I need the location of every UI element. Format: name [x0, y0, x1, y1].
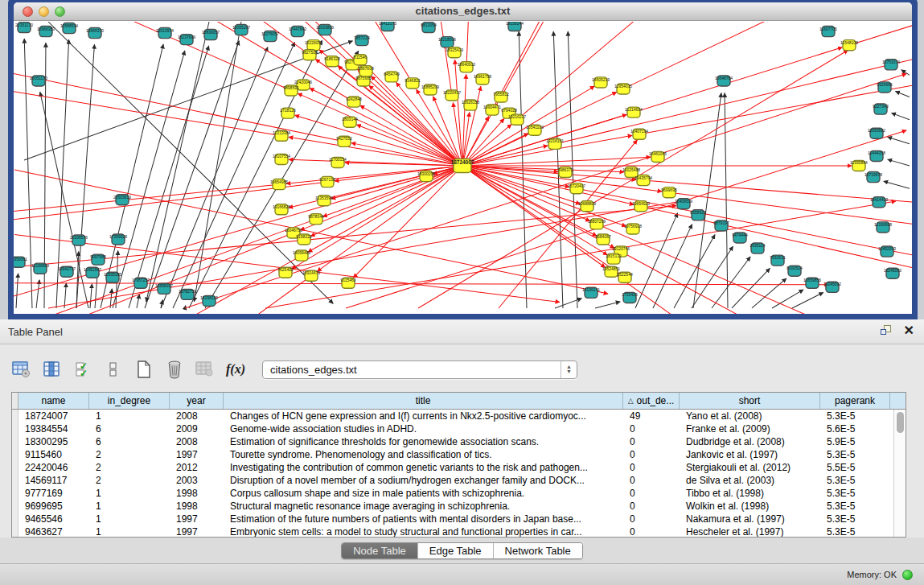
table-cell[interactable]: 9465546 [18, 513, 89, 525]
table-cell[interactable]: Changes of HCN gene expression and I(f) … [224, 410, 623, 422]
table-cell[interactable]: 2009 [170, 422, 224, 435]
table-cell[interactable]: Dudbridge et al. (2008) [680, 435, 820, 448]
table-cell[interactable]: 1997 [170, 448, 224, 461]
table-cell[interactable]: 5.3E-5 [820, 500, 890, 513]
network-graph-canvas[interactable]: 2035117016966383105885941956537020051170… [14, 22, 912, 314]
table-cell[interactable]: 1 [89, 525, 170, 537]
table-row[interactable]: 969969511998Structural magnetic resonanc… [12, 500, 893, 513]
table-cell[interactable]: 1 [89, 513, 170, 525]
table-cell[interactable]: Tibbo et al. (1998) [680, 487, 820, 500]
table-selector-dropdown[interactable]: citations_edges.txt ▲▼ [262, 360, 577, 379]
table-row[interactable]: 2242004622012Investigating the contribut… [12, 461, 893, 474]
table-cell[interactable]: de Silva et al. (2003) [680, 474, 820, 487]
table-cell[interactable]: 5.3E-5 [820, 525, 890, 537]
table-cell[interactable]: 5.5E-5 [820, 461, 890, 474]
table-cell[interactable]: 1998 [170, 500, 224, 513]
table-cell[interactable]: 5.3E-5 [820, 474, 890, 487]
table-cell[interactable]: Nakamura et al. (1997) [680, 513, 820, 525]
table-cell[interactable]: 1 [89, 410, 170, 422]
table-cell[interactable]: 5.3E-5 [820, 448, 890, 461]
table-cell[interactable]: Corpus callosum shape and size in male p… [224, 487, 623, 500]
table-cell[interactable]: Investigating the contribution of common… [224, 461, 623, 474]
table-cell[interactable]: 9699695 [18, 500, 89, 513]
table-settings-icon[interactable] [11, 359, 32, 380]
table-row[interactable]: 1456911722003Disruption of a novel membe… [12, 474, 893, 487]
column-header-year[interactable]: year [170, 393, 224, 409]
table-cell[interactable]: Estimation of the future numbers of pati… [224, 513, 623, 525]
float-panel-icon[interactable] [881, 324, 893, 336]
table-cell[interactable]: Yano et al. (2008) [680, 410, 820, 422]
table-row[interactable]: 1830029562008Estimation of significance … [12, 435, 893, 448]
new-table-icon[interactable] [133, 359, 154, 380]
table-cell[interactable]: 5.3E-5 [820, 487, 890, 500]
table-panel-titlebar[interactable]: Table Panel ✕ [0, 319, 924, 344]
tab-edge-table[interactable]: Edge Table [418, 543, 494, 558]
table-cell[interactable]: 22420046 [18, 461, 89, 474]
table-vertical-scrollbar[interactable] [893, 410, 906, 537]
table-cell[interactable]: 9115460 [18, 448, 89, 461]
table-cell[interactable]: 0 [623, 513, 680, 525]
table-cell[interactable]: Franke et al. (2009) [680, 422, 820, 435]
table-cell[interactable]: 1998 [170, 487, 224, 500]
tab-node-table[interactable]: Node Table [342, 543, 418, 558]
table-row[interactable]: 911546021997Tourette syndrome. Phenomeno… [12, 448, 893, 461]
table-cell[interactable]: 2 [89, 448, 170, 461]
table-cell[interactable]: Wolkin et al. (1998) [680, 500, 820, 513]
table-row[interactable]: 1938455462009Genome-wide association stu… [12, 422, 893, 435]
table-cell[interactable]: Stergiakouli et al. (2012) [680, 461, 820, 474]
table-cell[interactable]: 6 [89, 422, 170, 435]
scrollbar-thumb[interactable] [897, 412, 904, 433]
table-cell[interactable]: 2012 [170, 461, 224, 474]
table-row[interactable]: 1872400712008Changes of HCN gene express… [12, 410, 893, 422]
table-cell[interactable]: 1997 [170, 513, 224, 525]
table-cell[interactable]: 9777169 [18, 487, 89, 500]
table-cell[interactable]: 0 [623, 474, 680, 487]
table-cell[interactable]: 0 [623, 525, 680, 537]
table-cell[interactable]: 18300295 [18, 435, 89, 448]
table-cell[interactable]: 2 [89, 461, 170, 474]
table-cell[interactable]: Estimation of significance thresholds fo… [224, 435, 623, 448]
column-header-title[interactable]: title [224, 393, 623, 409]
memory-status-icon[interactable] [902, 570, 913, 580]
table-row[interactable]: 946362711997Embryonic stem cells: a mode… [12, 525, 893, 537]
table-cell[interactable]: 0 [623, 448, 680, 461]
table-cell[interactable]: 5.3E-5 [820, 513, 890, 525]
table-cell[interactable]: 0 [623, 500, 680, 513]
table-cell[interactable]: 0 [623, 461, 680, 474]
table-cell[interactable]: 1997 [170, 525, 224, 537]
close-panel-icon[interactable]: ✕ [904, 324, 914, 336]
table-cell[interactable]: 2008 [170, 410, 224, 422]
column-header-name[interactable]: name [18, 393, 89, 409]
delete-icon[interactable] [164, 359, 185, 380]
column-header-in_degree[interactable]: in_degree [89, 393, 170, 409]
table-cell[interactable]: 49 [623, 410, 680, 422]
table-row[interactable]: 946554611997Estimation of the future num… [12, 513, 893, 525]
table-cell[interactable]: 0 [623, 487, 680, 500]
table-cell[interactable]: 2 [89, 474, 170, 487]
table-cell[interactable]: Jankovic et al. (1997) [680, 448, 820, 461]
table-cell[interactable]: 0 [623, 435, 680, 448]
table-cell[interactable]: 9463627 [18, 525, 89, 537]
table-cell[interactable]: Embryonic stem cells: a model to study s… [224, 525, 623, 537]
function-builder-icon[interactable]: f(x) [225, 359, 246, 380]
table-cell[interactable]: 5.3E-5 [820, 410, 890, 422]
table-cell[interactable]: Hescheler et al. (1997) [680, 525, 820, 537]
tab-network-table[interactable]: Network Table [494, 543, 582, 558]
table-cell[interactable]: 1 [89, 500, 170, 513]
table-cell[interactable]: 5.6E-5 [820, 422, 890, 435]
table-cell[interactable]: 0 [623, 422, 680, 435]
table-cell[interactable]: Disruption of a novel member of a sodium… [224, 474, 623, 487]
table-cell[interactable]: 19384554 [18, 422, 89, 435]
table-cell[interactable]: 18724007 [18, 410, 89, 422]
table-row[interactable]: 977716911998Corpus callosum shape and si… [12, 487, 893, 500]
table-cell[interactable]: Tourette syndrome. Phenomenology and cla… [224, 448, 623, 461]
network-window-titlebar[interactable]: citations_edges.txt [14, 2, 912, 21]
table-cell[interactable]: Genome-wide association studies in ADHD. [224, 422, 623, 435]
table-cell[interactable]: 6 [89, 435, 170, 448]
table-cell[interactable]: Structural magnetic resonance image aver… [224, 500, 623, 513]
column-header-out_de[interactable]: △out_de... [623, 393, 680, 409]
table-cell[interactable]: 1 [89, 487, 170, 500]
column-header-short[interactable]: short [680, 393, 820, 409]
table-cell[interactable]: 14569117 [18, 474, 89, 487]
citation-network-graph[interactable]: 2035117016966383105885941956537020051170… [14, 22, 912, 314]
